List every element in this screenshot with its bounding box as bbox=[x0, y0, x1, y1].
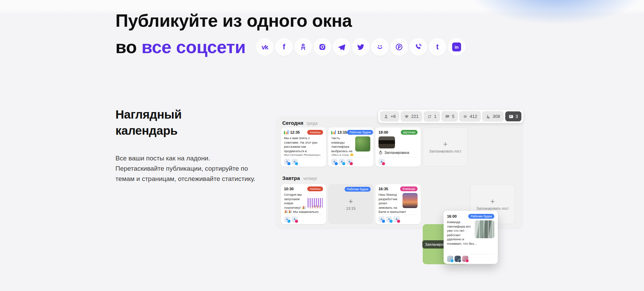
post-text: Команда Амплифера вот уже сто лет работа… bbox=[447, 220, 494, 253]
twitter-icon[interactable] bbox=[352, 38, 370, 56]
add-post-label: Запланировать пост bbox=[476, 207, 509, 210]
post-text: Сегодня мы запускаем новую Аналитику! 🎉🎉… bbox=[284, 193, 323, 213]
calendar-panel: Сегодня среда 12:35 Анонсы Мы к вам опят… bbox=[276, 117, 523, 228]
plus-icon: + bbox=[349, 198, 353, 205]
avatar-telegram: A bbox=[339, 159, 345, 165]
post-tag: Рабочие будни bbox=[347, 130, 373, 135]
post-tag: Анонсы bbox=[307, 130, 323, 135]
post-time: 12:35 bbox=[290, 130, 300, 134]
post-time: 16:00 bbox=[447, 214, 457, 218]
suggested-slot[interactable]: Рабочие будни + 13:15 bbox=[328, 184, 373, 224]
telegram-icon[interactable] bbox=[333, 38, 350, 56]
post-card[interactable]: 13:15 Рабочие будни Часть команды Амплиф… bbox=[328, 128, 373, 167]
hero-title-line1: Публикуйте из одного окна bbox=[115, 10, 352, 31]
weekday-label: среда bbox=[307, 121, 318, 126]
feature-heading-line1: Наглядный bbox=[115, 108, 182, 121]
stat-clicks: 308 bbox=[482, 111, 504, 121]
post-photo-thumbnail bbox=[402, 193, 418, 208]
post-card[interactable]: 19:00 Шуточки Запланирована A bbox=[375, 128, 421, 167]
tumblr-icon[interactable]: t bbox=[429, 38, 446, 56]
avatar-telegram: A bbox=[292, 159, 298, 165]
post-tag: Команда bbox=[400, 186, 418, 191]
post-text: Мы к вам опять с советами. На этот раз р… bbox=[284, 136, 323, 156]
post-card[interactable]: 16:35 Команда Наш бекенд разработчик уех… bbox=[375, 184, 421, 224]
day-label: Завтра bbox=[282, 175, 300, 181]
post-photo-thumbnail bbox=[355, 136, 370, 151]
slot-time: 13:15 bbox=[346, 206, 356, 210]
moi-mir-icon[interactable] bbox=[371, 38, 389, 56]
post-card[interactable]: 12:35 Анонсы Мы к вам опять с советами. … bbox=[281, 128, 326, 167]
avatar-photo-telegram bbox=[447, 256, 453, 262]
post-time: 19:00 bbox=[379, 130, 388, 134]
post-time: 16:35 bbox=[379, 187, 388, 191]
timer-icon bbox=[379, 150, 383, 155]
calendar-row-header-tomorrow: Завтра четверг bbox=[282, 175, 318, 181]
decorative-gradient-blob bbox=[425, 0, 644, 33]
stat-likes: 221 bbox=[401, 111, 422, 121]
vk-icon[interactable]: vk bbox=[256, 38, 274, 56]
add-post-button[interactable]: + Запланировать пост bbox=[423, 128, 468, 167]
avatar-instagram: A bbox=[292, 216, 298, 222]
post-text: Наш бекенд разработчик уехал зимовать на… bbox=[379, 193, 418, 213]
avatar-vk: A bbox=[331, 159, 337, 165]
social-icons-row: vk f bbox=[256, 38, 466, 56]
hero-accent-text: все соцсети bbox=[141, 37, 246, 57]
hero-title-line2: во все соцсети vk f bbox=[115, 33, 466, 61]
post-tag: Рабочие будни bbox=[468, 214, 494, 219]
post-avatars: AA bbox=[284, 157, 323, 165]
post-avatars: AAA bbox=[379, 215, 418, 222]
odnoklassniki-icon[interactable] bbox=[294, 38, 312, 56]
stat-reposts: 1 bbox=[424, 111, 440, 121]
post-avatars: AA bbox=[284, 215, 323, 222]
linkedin-icon[interactable]: in bbox=[448, 38, 466, 56]
hero-prefix: во bbox=[115, 37, 137, 57]
avatar-telegram: A bbox=[386, 216, 392, 222]
post-avatars: AAA bbox=[331, 157, 370, 165]
post-photo-thumbnail bbox=[379, 136, 395, 148]
feature-description: Все ваши посты как на ладони. Перетаскив… bbox=[115, 153, 256, 184]
slot-tag: Рабочие будни bbox=[345, 187, 371, 192]
avatar-photo-dark bbox=[455, 256, 461, 262]
hero-title-line2-text: во все соцсети bbox=[115, 37, 246, 57]
instagram-icon[interactable] bbox=[313, 38, 331, 56]
avatar-telegram: A bbox=[284, 216, 290, 222]
avatar-photo-pink bbox=[462, 256, 468, 262]
dragged-post-card[interactable]: 16:00 Рабочие будни Команда Амплифера во… bbox=[444, 211, 498, 264]
weekday-label: четверг bbox=[303, 176, 318, 181]
stat-views: 412 bbox=[459, 111, 481, 121]
plus-icon: + bbox=[443, 141, 448, 148]
add-post-label: Запланировать пост bbox=[429, 149, 461, 153]
feature-heading: Наглядный календарь bbox=[115, 106, 182, 138]
avatar-vk: A bbox=[284, 159, 290, 165]
stat-followers: +6 bbox=[380, 111, 399, 121]
landing-page: Публикуйте из одного окна во все соцсети… bbox=[0, 0, 644, 291]
avatar-instagram: A bbox=[346, 159, 352, 165]
facebook-icon[interactable]: f bbox=[275, 38, 293, 56]
post-card[interactable]: 10:30 Анонсы Сегодня мы запускаем новую … bbox=[281, 184, 326, 224]
mini-chart-icon bbox=[284, 130, 288, 134]
stats-bar: +6 221 1 5 412 308 3 bbox=[378, 110, 523, 123]
pinterest-icon[interactable] bbox=[390, 38, 408, 56]
post-avatars: A bbox=[379, 157, 418, 165]
post-analytics-thumbnail bbox=[307, 193, 323, 209]
plus-icon: + bbox=[491, 198, 495, 205]
avatar-instagram: A bbox=[379, 159, 385, 165]
post-time: 10:30 bbox=[284, 187, 294, 191]
day-label: Сегодня bbox=[282, 120, 304, 126]
avatar-vk: A bbox=[379, 216, 385, 222]
post-tag: Шуточки bbox=[401, 130, 418, 135]
mini-chart-icon bbox=[331, 130, 336, 134]
post-text: Часть команды Амплифера выбралась на обе… bbox=[331, 136, 370, 156]
post-photo-thumbnail bbox=[474, 220, 494, 238]
stat-comments: 5 bbox=[442, 111, 458, 121]
calendar-row-header-today: Сегодня среда bbox=[282, 120, 318, 126]
post-avatars bbox=[447, 254, 494, 262]
post-time: 13:15 bbox=[337, 130, 347, 134]
stat-posts: 3 bbox=[505, 111, 521, 121]
post-tag: Анонсы bbox=[307, 186, 323, 191]
avatar-instagram: A bbox=[394, 216, 400, 222]
viber-icon[interactable] bbox=[409, 38, 427, 56]
feature-heading-line2: календарь bbox=[115, 124, 177, 137]
scheduled-status: Запланирована bbox=[379, 150, 418, 155]
